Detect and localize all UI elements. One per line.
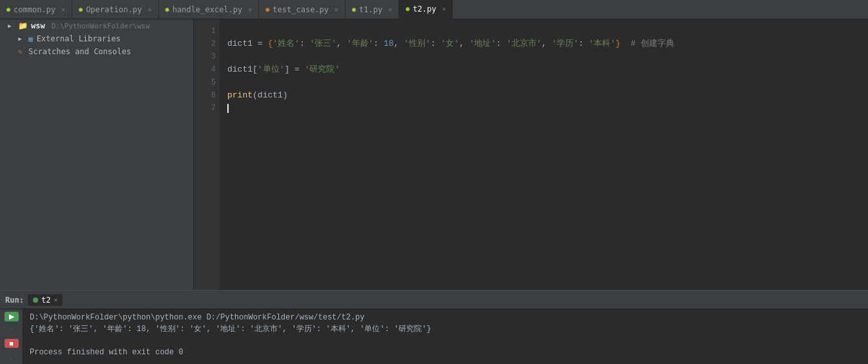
tab-common[interactable]: ● common.py ✕ [0,0,72,19]
tab-operation[interactable]: ● Operation.py ✕ [72,0,159,19]
library-icon: ▦ [28,35,33,43]
tab-t1-close[interactable]: ✕ [388,6,392,13]
tab-test-case-label: test_case.py [273,5,329,14]
tab-handle-excel-label: handle_excel.py [172,5,242,14]
tab-handle-excel[interactable]: ● handle_excel.py ✕ [159,0,259,19]
console-line-4: Process finished with exit code 0 [30,347,862,358]
tab-test-case-close[interactable]: ✕ [335,6,338,13]
console-line-1: D:\PythonWorkFolder\python\python.exe D:… [30,312,862,323]
sidebar: ▶ 📁 wsw D:\PythonWorkFolder\wsw ▶ ▦ Exte… [0,19,194,290]
code-line-7 [227,102,860,115]
chevron-down-icon: ▶ [5,21,14,30]
bottom-panel: Run: t2 ✕ ▶ ↑ ■ ↓ D:\PythonWorkFolder\py… [0,290,868,364]
console-output[interactable]: D:\PythonWorkFolder\python\python.exe D:… [23,309,868,364]
code-line-3 [227,50,860,63]
tab-common-close[interactable]: ✕ [61,6,65,13]
tab-common-label: common.py [14,5,56,14]
sidebar-item-wsw[interactable]: ▶ 📁 wsw D:\PythonWorkFolder\wsw [0,19,193,32]
run-play-button[interactable]: ▶ [5,312,19,321]
tab-operation-label: Operation.py [86,5,142,14]
sidebar-scratches-label: Scratches and Consoles [28,47,131,56]
folder-icon: 📁 [18,21,27,30]
run-body: ▶ ↑ ■ ↓ D:\PythonWorkFolder\python\pytho… [0,309,868,364]
line-numbers: 1 2 3 4 5 6 7 [194,19,220,290]
tab-t1-label: t1.py [359,5,382,14]
code-line-1 [227,25,860,37]
run-down-button[interactable]: ↓ [5,352,19,361]
tab-t1[interactable]: ● t1.py ✕ [346,0,399,19]
code-editor[interactable]: dict1 = {'姓名': '张三', '年龄': 18, '性别': '女'… [220,19,868,290]
chevron-right-icon: ▶ [16,34,25,43]
run-tab-close[interactable]: ✕ [54,296,57,303]
code-line-6: print(dict1) [227,89,860,102]
scratches-icon: ✎ [16,47,25,56]
tab-operation-close[interactable]: ✕ [148,6,152,13]
sidebar-wsw-path: D:\PythonWorkFolder\wsw [52,22,150,30]
tab-handle-excel-close[interactable]: ✕ [248,6,252,13]
tab-test-case[interactable]: ● test_case.py ✕ [259,0,346,19]
tab-bar: ● common.py ✕ ● Operation.py ✕ ● handle_… [0,0,868,19]
editor-area: 1 2 3 4 5 6 7 dict1 = {'姓名': '张三', '年龄':… [194,19,868,290]
console-line-2: {'姓名': '张三', '年龄': 18, '性别': '女', '地址': … [30,323,862,335]
sidebar-external-libraries-label: External Libraries [37,34,121,43]
sidebar-wsw-label: wsw [31,21,45,30]
code-line-2: dict1 = {'姓名': '张三', '年龄': 18, '性别': '女'… [227,37,860,50]
code-line-4: dict1['单位'] = '研究院' [227,63,860,76]
run-tab-label: t2 [41,296,50,305]
run-label: Run: [5,296,24,305]
code-line-5 [227,76,860,89]
run-controls: ▶ ↑ ■ ↓ [0,309,23,364]
tab-t2-label: t2.py [413,5,436,14]
run-status-dot [33,298,38,303]
main-area: ▶ 📁 wsw D:\PythonWorkFolder\wsw ▶ ▦ Exte… [0,19,868,290]
tab-t2[interactable]: ● t2.py ✕ [399,0,453,19]
console-line-3 [30,335,862,347]
run-tab-t2[interactable]: t2 ✕ [28,294,63,306]
sidebar-item-scratches[interactable]: ✎ Scratches and Consoles [0,45,193,58]
run-tab-bar: Run: t2 ✕ [0,291,868,309]
tab-t2-close[interactable]: ✕ [442,5,446,12]
run-stop-button[interactable]: ■ [5,339,19,349]
editor-content[interactable]: 1 2 3 4 5 6 7 dict1 = {'姓名': '张三', '年龄':… [194,19,868,290]
sidebar-item-external-libraries[interactable]: ▶ ▦ External Libraries [0,32,193,45]
run-up-button[interactable]: ↑ [5,325,19,335]
